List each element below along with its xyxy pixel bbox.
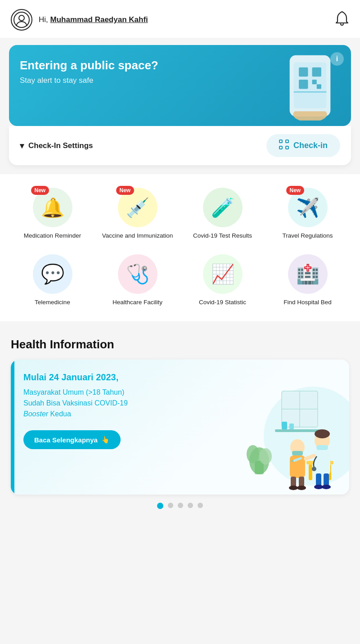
checkin-button-label: Check-in <box>293 141 328 150</box>
icon-circle-covid-statistic: 📈 <box>203 254 243 294</box>
icon-circle-covid-test: 🧪 <box>203 188 243 227</box>
header: Hi, Muhammad Raedyan Kahfi <box>0 0 360 38</box>
svg-rect-4 <box>299 68 308 77</box>
grid-item-covid-test[interactable]: 🧪Covid-19 Test Results <box>181 183 264 246</box>
carousel-dot-0[interactable] <box>157 503 163 509</box>
grid-item-medication-reminder[interactable]: New🔔Medication Reminder <box>11 183 94 246</box>
svg-point-26 <box>247 445 259 463</box>
svg-point-48 <box>315 429 330 438</box>
svg-rect-8 <box>317 84 321 89</box>
svg-rect-22 <box>282 422 287 429</box>
health-info-title: Health Information <box>11 338 349 351</box>
read-more-button[interactable]: Baca Selengkapnya 👆 <box>23 430 121 449</box>
svg-rect-40 <box>314 450 330 475</box>
icon-circle-wrapper-vaccine-immunization: New💉 <box>118 188 158 227</box>
grid-item-travel-regulations[interactable]: New✈️Travel Regulations <box>266 183 349 246</box>
icon-label-medication-reminder: Medication Reminder <box>24 232 81 240</box>
new-badge-travel-regulations: New <box>286 186 305 195</box>
health-section: Health Information Mulai 24 Januari 2023… <box>0 329 360 527</box>
icon-label-healthcare-facility: Healthcare Facility <box>112 298 162 306</box>
icon-label-covid-statistic: Covid-19 Statistic <box>199 298 246 306</box>
bell-icon[interactable] <box>335 11 349 29</box>
grid-item-covid-statistic[interactable]: 📈Covid-19 Statistic <box>181 250 264 313</box>
checkin-settings[interactable]: ▾ Check-In Settings <box>20 141 93 151</box>
svg-rect-11 <box>286 140 288 143</box>
icon-label-find-hospital-bed: Find Hospital Bed <box>284 298 332 306</box>
svg-rect-6 <box>299 80 308 89</box>
checkin-button[interactable]: Check-in <box>266 134 340 157</box>
grid-item-find-hospital-bed[interactable]: 🏥Find Hospital Bed <box>266 250 349 313</box>
svg-rect-3 <box>294 63 327 108</box>
icon-grid: New🔔Medication ReminderNew💉Vaccine and I… <box>11 183 349 312</box>
carousel-dot-1[interactable] <box>168 503 173 508</box>
banner: Entering a public space? Stay alert to s… <box>9 45 351 126</box>
icon-circle-wrapper-covid-test: 🧪 <box>203 188 243 227</box>
grid-item-healthcare-facility[interactable]: 🩺Healthcare Facility <box>96 250 179 313</box>
svg-point-36 <box>289 486 298 490</box>
card-text-italic: Booster <box>23 410 48 418</box>
carousel-dot-3[interactable] <box>188 503 193 508</box>
card-left-accent <box>11 360 14 495</box>
checkin-settings-label: Check-In Settings <box>28 141 93 150</box>
carousel-dot-2[interactable] <box>178 503 183 508</box>
icon-label-telemedicine: Telemedicine <box>35 298 70 306</box>
username-text: Muhammad Raedyan Kahfi <box>50 15 148 24</box>
card-illustration <box>228 378 349 495</box>
icon-label-covid-test: Covid-19 Test Results <box>193 232 252 240</box>
icon-circle-wrapper-medication-reminder: New🔔 <box>33 188 72 227</box>
carousel-dot-4[interactable] <box>198 503 203 508</box>
svg-rect-23 <box>289 423 294 429</box>
header-greeting: Hi, Muhammad Raedyan Kahfi <box>39 15 148 24</box>
svg-rect-12 <box>279 146 282 149</box>
icon-circle-healthcare-facility: 🩺 <box>118 254 158 294</box>
icon-circle-wrapper-find-hospital-bed: 🏥 <box>288 254 328 294</box>
card-text-line2: Sudah Bisa Vaksinasi COVID-19 <box>23 399 128 407</box>
svg-rect-32 <box>292 451 303 455</box>
health-card: Mulai 24 Januari 2023, Masyarakat Umum (… <box>11 360 349 495</box>
phone-illustration <box>276 45 344 122</box>
scan-icon <box>279 140 289 152</box>
svg-rect-21 <box>275 429 320 432</box>
svg-point-1 <box>19 15 24 21</box>
chevron-down-icon: ▾ <box>20 141 24 151</box>
new-badge-medication-reminder: New <box>31 186 50 195</box>
svg-point-37 <box>297 486 306 490</box>
svg-rect-29 <box>309 464 312 480</box>
icon-circle-wrapper-covid-statistic: 📈 <box>203 254 243 294</box>
svg-point-27 <box>259 448 272 464</box>
hand-pointer-icon: 👆 <box>101 436 110 444</box>
icon-circle-wrapper-healthcare-facility: 🩺 <box>118 254 158 294</box>
svg-point-49 <box>312 467 316 471</box>
header-left: Hi, Muhammad Raedyan Kahfi <box>11 9 148 31</box>
card-text-suffix: Kedua <box>48 410 71 418</box>
carousel-dots <box>11 495 349 520</box>
new-badge-vaccine-immunization: New <box>116 186 135 195</box>
grid-item-telemedicine[interactable]: 💬Telemedicine <box>11 250 94 313</box>
card-text-line1: Masyarakat Umum (>18 Tahun) <box>23 388 124 396</box>
svg-rect-5 <box>312 68 321 77</box>
avatar-icon[interactable] <box>11 9 32 31</box>
svg-rect-7 <box>312 80 317 84</box>
icon-label-travel-regulations: Travel Regulations <box>282 232 333 240</box>
read-more-label: Baca Selengkapnya <box>34 436 98 444</box>
checkin-card: ▾ Check-In Settings Check-in <box>9 126 351 165</box>
svg-rect-39 <box>316 445 328 450</box>
icon-circle-wrapper-travel-regulations: New✈️ <box>288 188 328 227</box>
icon-label-vaccine-immunization: Vaccine and Immunization <box>102 232 173 240</box>
svg-rect-10 <box>279 140 282 143</box>
icon-circle-find-hospital-bed: 🏥 <box>288 254 328 294</box>
grid-item-vaccine-immunization[interactable]: New💉Vaccine and Immunization <box>96 183 179 246</box>
icon-circle-telemedicine: 💬 <box>33 254 72 294</box>
icon-grid-section: New🔔Medication ReminderNew💉Vaccine and I… <box>0 174 360 321</box>
svg-point-47 <box>322 485 331 489</box>
greeting-text: Hi, <box>39 15 50 24</box>
icon-circle-wrapper-telemedicine: 💬 <box>33 254 72 294</box>
